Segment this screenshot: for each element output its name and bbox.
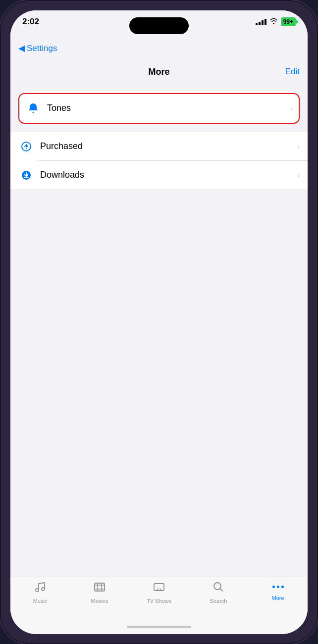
back-label: Settings [27, 44, 57, 53]
tab-search[interactable]: Search [189, 581, 248, 604]
list-item-tones[interactable]: Tones › [18, 93, 300, 124]
purchased-icon [18, 139, 34, 154]
status-time: 2:02 [22, 17, 39, 26]
svg-rect-4 [95, 583, 105, 591]
home-indicator [10, 620, 308, 634]
back-chevron-icon: ◀ [18, 43, 25, 53]
tab-tvshows[interactable]: TV Shows [129, 581, 189, 604]
downloads-label: Downloads [40, 170, 297, 180]
wifi-icon [269, 18, 278, 26]
tab-movies[interactable]: Movies [70, 581, 129, 604]
more-tab-label: More [271, 595, 284, 601]
list-item-purchased[interactable]: Purchased › [10, 132, 308, 161]
more-icon [272, 581, 284, 593]
movies-tab-label: Movies [91, 598, 108, 604]
nav-title: More [148, 67, 169, 77]
tones-chevron-icon: › [290, 104, 293, 112]
purchased-chevron-icon: › [297, 142, 300, 150]
phone-screen: 2:02 9 [10, 10, 308, 634]
dynamic-island [129, 17, 189, 34]
downloads-chevron-icon: › [297, 171, 300, 179]
purchased-label: Purchased [40, 141, 297, 151]
signal-icon [256, 18, 266, 25]
battery-level: 99+ [283, 18, 293, 25]
tab-bar: Music Movies [10, 577, 308, 620]
music-tab-label: Music [33, 598, 48, 604]
list-section: Purchased › Downloads › [10, 132, 308, 190]
tvshows-tab-label: TV Shows [147, 598, 171, 604]
tab-more[interactable]: More [248, 581, 308, 601]
tones-label: Tones [47, 103, 290, 113]
music-icon [34, 581, 46, 596]
phone-frame: 2:02 9 [0, 0, 318, 644]
edit-button[interactable]: Edit [285, 67, 300, 77]
status-right-icons: 99+ [256, 17, 296, 26]
movies-icon [94, 581, 106, 596]
svg-point-2 [36, 589, 39, 592]
svg-rect-5 [154, 584, 164, 591]
search-icon [212, 581, 224, 596]
search-tab-label: Search [210, 598, 227, 604]
status-bar: 2:02 9 [10, 10, 308, 38]
tab-music[interactable]: Music [10, 581, 70, 604]
nav-bar: More Edit [10, 59, 308, 85]
bell-icon [25, 100, 41, 116]
list-item-downloads[interactable]: Downloads › [10, 161, 308, 190]
content-area: Tones › Purchased › [10, 85, 308, 577]
back-button[interactable]: ◀ Settings [10, 38, 308, 59]
battery-icon: 99+ [281, 17, 296, 26]
home-bar [127, 626, 191, 628]
tv-icon [153, 581, 165, 596]
download-icon [18, 167, 34, 183]
